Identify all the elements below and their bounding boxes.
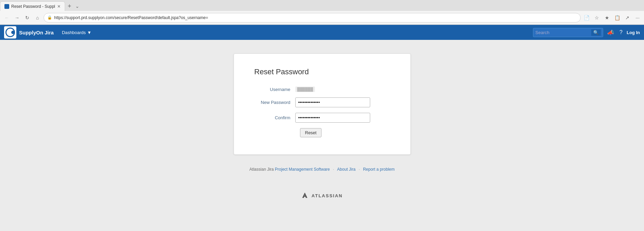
- search-button[interactable]: 🔍: [591, 29, 601, 36]
- new-tab-button[interactable]: +: [65, 3, 74, 10]
- search-input[interactable]: [535, 30, 590, 35]
- separator-1: ·: [333, 167, 334, 172]
- reset-button[interactable]: Reset: [300, 128, 322, 137]
- browser-right-icons: 📄 ☆ ★ 📋 ↗ ···: [583, 14, 641, 21]
- atlassian-logo-icon: [301, 192, 308, 199]
- tab-list-button[interactable]: ⌄: [74, 3, 81, 9]
- favorites-icon[interactable]: ★: [603, 14, 611, 21]
- address-input[interactable]: [54, 15, 577, 20]
- app-name[interactable]: SupplyOn Jira: [19, 30, 54, 35]
- dashboards-menu[interactable]: Dashboards ▼: [59, 29, 94, 36]
- collections-icon[interactable]: 📋: [613, 14, 621, 21]
- username-row: Username ██████: [254, 87, 390, 92]
- help-button[interactable]: ?: [618, 29, 624, 36]
- more-icon[interactable]: ···: [634, 14, 641, 21]
- atlassian-footer: ATLASSIAN: [301, 192, 343, 199]
- about-jira-link[interactable]: About Jira: [337, 167, 356, 172]
- button-row: Reset: [254, 128, 390, 137]
- new-password-label: New Password: [254, 100, 295, 105]
- reset-password-card: Reset Password Username ██████ New Passw…: [234, 53, 411, 155]
- confirm-input[interactable]: [295, 113, 370, 123]
- home-button[interactable]: ⌂: [33, 14, 42, 22]
- username-label: Username: [254, 87, 295, 92]
- lock-icon: 🔒: [47, 15, 52, 20]
- atlassian-jira-text: Atlassian Jira: [249, 167, 273, 172]
- browser-nav-bar: ← → ↻ ⌂ 🔒 📄 ☆ ★ 📋 ↗ ···: [0, 11, 644, 25]
- page-footer: Atlassian Jira Project Management Softwa…: [249, 167, 394, 172]
- search-box[interactable]: 🔍: [533, 28, 603, 37]
- dashboards-label: Dashboards: [62, 30, 86, 35]
- share-icon[interactable]: ↗: [624, 14, 631, 21]
- tab-bar: Reset Password - Suppl ✕ + ⌄: [0, 0, 644, 11]
- new-password-row: New Password: [254, 97, 390, 107]
- report-problem-link[interactable]: Report a problem: [363, 167, 395, 172]
- bookmark-icon[interactable]: ☆: [593, 14, 600, 21]
- tab-title: Reset Password - Suppl: [11, 4, 55, 9]
- username-value: ██████: [295, 87, 315, 92]
- active-tab[interactable]: Reset Password - Suppl ✕: [0, 1, 65, 11]
- reset-title: Reset Password: [254, 67, 390, 76]
- new-password-input[interactable]: [295, 97, 370, 107]
- atlassian-brand-label: ATLASSIAN: [312, 193, 343, 198]
- header-right: 🔍 📣 ? Log In: [533, 28, 640, 37]
- app-header: SupplyOn Jira Dashboards ▼ 🔍 📣 ? Log In: [0, 25, 644, 40]
- dashboards-chevron: ▼: [87, 30, 92, 35]
- tab-favicon: [4, 4, 9, 9]
- back-button[interactable]: ←: [3, 14, 11, 22]
- browser-chrome: Reset Password - Suppl ✕ + ⌄ ← → ↻ ⌂ 🔒 📄…: [0, 0, 644, 25]
- page-content: Reset Password Username ██████ New Passw…: [0, 40, 644, 231]
- separator-2: ·: [359, 167, 360, 172]
- main-nav: Dashboards ▼: [59, 29, 94, 36]
- confirm-row: Confirm: [254, 113, 390, 123]
- reader-icon[interactable]: 📄: [583, 14, 590, 21]
- address-bar: 🔒: [44, 13, 581, 22]
- logo-container[interactable]: [4, 26, 16, 38]
- reload-button[interactable]: ↻: [23, 14, 31, 22]
- notifications-button[interactable]: 📣: [606, 29, 615, 36]
- tab-close-button[interactable]: ✕: [57, 4, 61, 9]
- confirm-label: Confirm: [254, 115, 295, 120]
- login-button[interactable]: Log In: [627, 30, 640, 35]
- project-management-link[interactable]: Project Management Software: [275, 167, 330, 172]
- supplyon-logo: [4, 26, 16, 38]
- forward-button[interactable]: →: [13, 14, 21, 22]
